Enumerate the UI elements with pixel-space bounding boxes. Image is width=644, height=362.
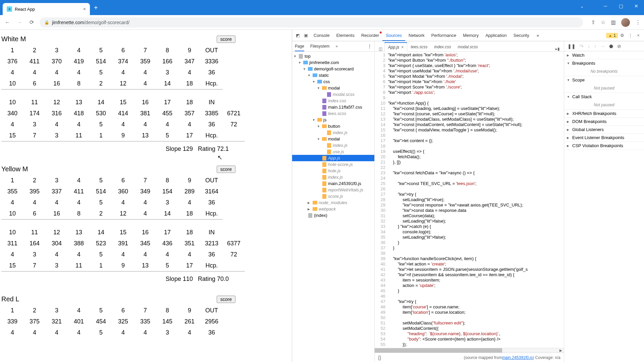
debug-section-header[interactable]: ▼Scope (564, 76, 644, 84)
editor-tab[interactable]: index.css (431, 42, 454, 51)
step-button[interactable]: → (600, 44, 605, 49)
tree-item[interactable]: ▼ top (292, 53, 374, 59)
score-button[interactable]: score (217, 36, 235, 43)
close-window-button[interactable]: ✕ (629, 0, 644, 12)
table-cell: 18 (178, 208, 201, 220)
devtools-tab-console[interactable]: Console (310, 30, 333, 41)
tree-item[interactable]: index.js (292, 174, 374, 180)
tab-overflow-icon[interactable]: ⌄ (580, 4, 584, 9)
devtools-settings-icon[interactable]: ⚙ (619, 32, 626, 39)
more-subtabs-icon[interactable]: » (335, 44, 338, 49)
tree-item[interactable]: ▶ node_modules (292, 199, 374, 206)
tree-item[interactable]: ▼ css (292, 78, 374, 85)
tree-item[interactable]: index.js (292, 129, 374, 136)
editor-horizontal-scrollbar[interactable]: ◀ ▶ (375, 348, 564, 353)
code-editor[interactable]: 1234567891011121314151617181920212223242… (375, 52, 564, 348)
source-map-link[interactable]: main.245391f0.js (502, 355, 533, 360)
share-icon[interactable]: ⇪ (591, 19, 595, 25)
device-toolbar-icon[interactable]: ▣ (302, 32, 310, 39)
tree-item[interactable]: ▼ js (292, 117, 374, 123)
navigator-menu-icon[interactable]: ⋮ (368, 44, 372, 49)
close-tab-icon[interactable]: × (83, 6, 86, 12)
debug-section-header[interactable]: ▼Breakpoints (564, 59, 644, 67)
inspect-element-icon[interactable]: ◩ (294, 32, 302, 39)
deactivate-breakpoints-button[interactable]: ⬣ (609, 44, 613, 49)
tree-item[interactable]: tees.scss (292, 110, 374, 117)
devtools-tab-security[interactable]: Security (510, 30, 533, 41)
tree-item[interactable]: use.js (292, 148, 374, 155)
tree-item[interactable]: ▼ button (292, 123, 374, 129)
menu-icon[interactable]: ⋮ (635, 19, 641, 25)
maximize-button[interactable]: ▢ (613, 0, 629, 12)
issues-badge[interactable]: ▲1 (606, 33, 618, 38)
devtools-tab-application[interactable]: Application (482, 30, 510, 41)
close-editor-tab-icon[interactable]: × (401, 45, 404, 50)
debug-section-header[interactable]: ▶XHR/fetch Breakpoints (564, 110, 644, 117)
toggle-navigator-icon[interactable]: ◫ (377, 47, 384, 51)
table-cell: 12 (46, 89, 68, 108)
profile-avatar[interactable] (621, 18, 630, 27)
table-cell: 3 (46, 175, 68, 186)
tree-item[interactable]: ▶ webpack (292, 206, 374, 212)
devtools-more-tabs[interactable]: » (533, 30, 542, 41)
tree-item[interactable]: main.245391f0.js (292, 180, 374, 187)
tree-item[interactable]: ▼ jimfrenette.com (292, 59, 374, 66)
tree-item[interactable]: score.js (292, 193, 374, 199)
editor-tab[interactable]: App.js× (384, 42, 407, 52)
tree-item[interactable]: modal.scss (292, 91, 374, 98)
table-cell: 13 (68, 89, 90, 108)
tree-item[interactable]: hole.js (292, 168, 374, 174)
devtools-menu-icon[interactable]: ⋮ (627, 32, 634, 39)
devtools-tab-elements[interactable]: Elements (333, 30, 358, 41)
pause-button[interactable]: ❚❚ (568, 44, 576, 49)
tree-item[interactable]: index.js (292, 142, 374, 148)
devtools-tab-recorder[interactable]: Recorder (358, 30, 382, 41)
page-subtab[interactable]: Page (295, 44, 304, 49)
step-over-button[interactable]: ↷ (580, 44, 584, 49)
new-tab-button[interactable]: + (94, 4, 98, 12)
side-panel-icon[interactable]: ▥ (611, 19, 616, 25)
debug-section-header[interactable]: ▶Global Listeners (564, 126, 644, 133)
debug-section-body: No breakpoints (564, 67, 644, 76)
url-field[interactable]: 🔒 jimfrenette.com/demo/golf-scorecard/ (40, 17, 583, 27)
debug-section-header[interactable]: ▶Event Listener Breakpoints (564, 134, 644, 141)
tree-item[interactable]: ▼ modal (292, 85, 374, 91)
table-cell: 174 (23, 108, 46, 119)
tree-item[interactable]: App.js (292, 155, 374, 161)
pause-on-exceptions-button[interactable]: ⊘ (617, 44, 621, 49)
tree-item[interactable]: ▼ modal (292, 136, 374, 142)
step-out-button[interactable]: ↑ (594, 44, 596, 49)
devtools-close-icon[interactable]: × (635, 32, 642, 39)
forward-button[interactable]: → (15, 18, 23, 26)
debug-section-header[interactable]: ▶Watch (564, 51, 644, 59)
run-snippet-icon[interactable]: ▸▮ (553, 47, 562, 51)
debug-section-header[interactable]: ▶DOM Breakpoints (564, 118, 644, 125)
table-cell: 5 (90, 327, 112, 338)
browser-tab[interactable]: ⚛ React App × (3, 3, 90, 15)
editor-tab[interactable]: modal.scss (454, 42, 481, 51)
devtools-tab-performance[interactable]: Performance (428, 30, 460, 41)
tree-item[interactable]: index.css (292, 98, 374, 104)
debug-section-header[interactable]: ▶CSP Violation Breakpoints (564, 142, 644, 149)
filesystem-subtab[interactable]: Filesystem (310, 44, 329, 49)
step-into-button[interactable]: ↓ (588, 44, 590, 49)
bookmark-icon[interactable]: ☆ (601, 19, 605, 25)
minimize-button[interactable]: ─ (598, 0, 613, 12)
devtools-tab-memory[interactable]: Memory (460, 30, 482, 41)
tree-item[interactable]: hole-score.js (292, 161, 374, 168)
tree-item[interactable]: main.11ffa5f7.css (292, 104, 374, 110)
tree-item[interactable]: ▼ demo/golf-scorecard (292, 66, 374, 72)
table-cell: 4 (134, 119, 156, 130)
back-button[interactable]: ← (3, 18, 11, 26)
debug-section-header[interactable]: ▼Call Stack (564, 93, 644, 101)
score-button[interactable]: score (217, 166, 235, 173)
tree-item[interactable]: ▼ static (292, 72, 374, 78)
devtools-tab-network[interactable]: Network (405, 30, 428, 41)
tree-item[interactable]: reportWebVitals.js (292, 187, 374, 193)
reload-button[interactable]: ⟳ (28, 18, 36, 26)
table-cell: 3 (156, 67, 178, 78)
tree-item[interactable]: (index) (292, 212, 374, 219)
score-button[interactable]: score (217, 296, 235, 303)
devtools-tab-sources[interactable]: Sources (382, 30, 405, 41)
editor-tab[interactable]: tees.scss (407, 42, 431, 51)
